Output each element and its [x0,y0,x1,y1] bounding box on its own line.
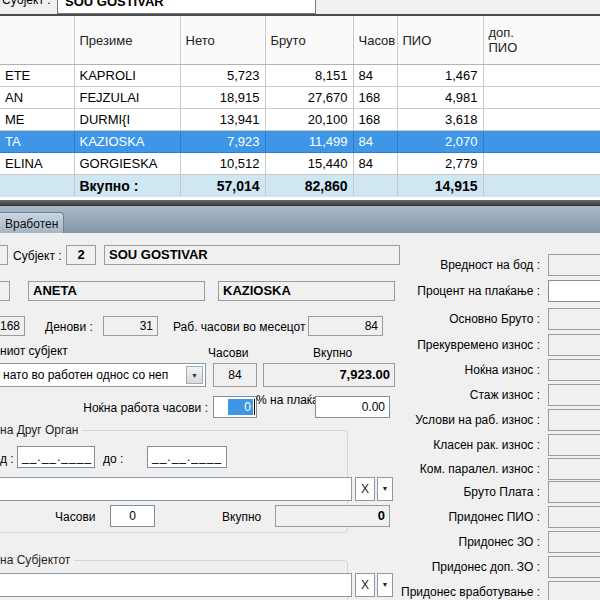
cell-neto[interactable]: 5,723 [180,65,265,87]
cell-surname[interactable]: FEJZULAI [74,87,180,109]
cell-dop-pio[interactable] [483,87,600,109]
cell-hours[interactable]: 168 [353,87,397,109]
rp-value-field [548,409,600,431]
cell-pio[interactable]: 1,467 [397,65,483,87]
date-to-label: до : [103,452,123,466]
cell-pio[interactable]: 3,618 [397,109,483,131]
total-cell-name [0,175,74,198]
col-header-pio: ПИО [397,16,483,65]
cell-bruto[interactable]: 20,100 [265,109,353,131]
rp-label: Ноќна износ : [368,359,540,381]
text-cursor [254,399,255,415]
table-row[interactable]: ME DURMI{I 13,941 20,100 168 3,618 [0,109,600,131]
cell-dop-pio[interactable] [483,131,600,153]
rp-label: Прекувремено износ : [368,334,540,356]
days-label: Денови : [45,320,93,334]
cell-hours[interactable]: 84 [353,131,397,153]
rp-row: Придонес доп. ЗО : [368,556,600,578]
rp-value-field [548,254,600,276]
rp-label: Придонес вработување : [368,581,540,600]
date-to-input[interactable]: __.__.____ [147,446,227,468]
rp-value-field [548,308,600,330]
top-partial-strip: Субјект : SOU GOSTIVAR [0,0,600,14]
cell-name[interactable]: ME [0,109,74,131]
rp-row: Услови на раб. износ : [368,409,600,431]
other-org-hours-input[interactable]: 0 [110,505,155,527]
rp-row: Придонес ЗО : [368,531,600,553]
col-header-surname: Презиме [74,16,180,65]
cell-neto[interactable]: 10,512 [180,153,265,175]
cell-bruto[interactable]: 8,151 [265,65,353,87]
days-field: 31 [103,316,158,336]
cell-neto[interactable]: 13,941 [180,109,265,131]
rp-label: Стаж износ : [368,384,540,406]
chevron-down-icon[interactable]: ▼ [186,366,203,384]
other-org-group-title: на Друг Орган [0,423,82,437]
cell-pio[interactable]: 2,070 [397,131,483,153]
cell-dop-pio[interactable] [483,153,600,175]
employee-grid: Презиме Нето Бруто Часов ПИО доп. ПИО ET… [0,14,600,202]
cell-bruto[interactable]: 27,670 [265,87,353,109]
percent-pay-label: % на плаќањ [256,393,312,407]
rp-value-field [548,458,600,480]
cell-surname[interactable]: GORGIESKA [74,153,180,175]
rp-row: Ноќна износ : [368,359,600,381]
cell-name[interactable]: AN [0,87,74,109]
subject-combobox[interactable] [0,573,352,597]
rp-row: Вредност на бод : [368,254,600,276]
cell-neto[interactable]: 7,923 [180,131,265,153]
cell-surname[interactable]: DURMI{I [74,109,180,131]
total-neto: 57,014 [180,175,265,198]
total-bruto: 82,860 [265,175,353,198]
work-relation-combobox[interactable]: нато во работен однос со неп ▼ [0,363,206,387]
cell-hours[interactable]: 84 [353,153,397,175]
work-relation-group-title: ниот субјект [0,344,68,358]
total-dop-pio [483,175,600,198]
other-org-hours-label: Часови [55,510,96,524]
cell-surname[interactable]: KAPROLI [74,65,180,87]
rp-row: Придонес вработување : [368,581,600,600]
rp-row: Ком. паралел. износ : [368,458,600,480]
rp-row: Бруто Плата : [368,481,600,503]
subject-code-field: 2 [66,245,96,265]
total-row: Вкупно : 57,014 82,860 14,915 [0,175,600,198]
cell-neto[interactable]: 18,915 [180,87,265,109]
payroll-window: Субјект : SOU GOSTIVAR Презиме Нето Брут… [0,0,600,600]
rp-value-field [548,506,600,528]
month-hours-label: Раб. часови во месецот : [173,320,312,334]
rp-value-field [548,481,600,503]
table-row[interactable]: ELINA GORGIESKA 10,512 15,440 84 2,779 [0,153,600,175]
rp-value-field [548,434,600,456]
rp-label: Процент на плаќање : [368,280,540,302]
cell-hours[interactable]: 168 [353,109,397,131]
cell-bruto[interactable]: 11,499 [265,131,353,153]
cell-hours[interactable]: 84 [353,65,397,87]
night-work-input[interactable]: 0 [213,396,257,418]
tab-employee[interactable]: Вработен [0,212,64,234]
rp-value-field [548,359,600,381]
total-hours [353,175,397,198]
other-org-total-label: Вкупно [222,510,261,524]
cell-dop-pio[interactable] [483,109,600,131]
rp-value-field [548,581,600,600]
rp-row: Прекувремено износ : [368,334,600,356]
table-row[interactable]: ETE KAPROLI 5,723 8,151 84 1,467 [0,65,600,87]
table-row-selected[interactable]: TA KAZIOSKA 7,923 11,499 84 2,070 [0,131,600,153]
rp-label: Класен рак. износ : [368,434,540,456]
table-row[interactable]: AN FEJZULAI 18,915 27,670 168 4,981 [0,87,600,109]
cell-name[interactable]: ELINA [0,153,74,175]
rp-value-input[interactable] [548,280,600,302]
cell-surname[interactable]: KAZIOSKA [74,131,180,153]
cell-pio[interactable]: 4,981 [397,87,483,109]
rp-row: Класен рак. износ : [368,434,600,456]
date-from-input[interactable]: __.__.____ [17,446,95,468]
cell-bruto[interactable]: 15,440 [265,153,353,175]
cell-dop-pio[interactable] [483,65,600,87]
cell-name[interactable]: TA [0,131,74,153]
subject-group-title: на Субјектот [0,553,74,567]
other-org-combobox[interactable] [0,477,352,501]
cell-name[interactable]: ETE [0,65,74,87]
cell-pio[interactable]: 2,779 [397,153,483,175]
subject-name-field-top: SOU GOSTIVAR [57,0,316,14]
fund-hours-field: 168 [0,316,25,336]
